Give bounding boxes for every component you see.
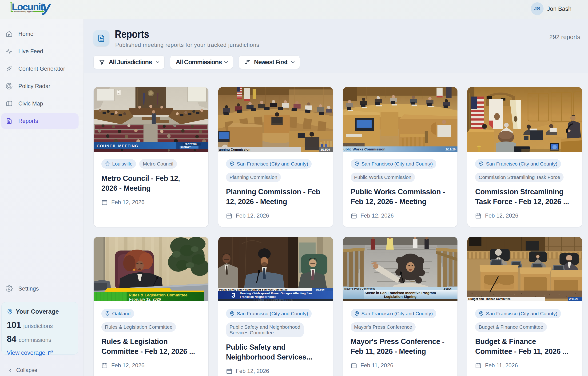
svg-text:y: y [42,1,51,15]
svg-text:Budget and Finance Committee: Budget and Finance Committee [468,297,511,301]
svg-text:where community happens.: where community happens. [13,11,33,12]
svg-text:2/11/26: 2/11/26 [569,297,578,301]
svg-text:2/12/26: 2/12/26 [445,148,455,151]
svg-text:Hearing - Widespread Power Out: Hearing - Widespread Power Outages Affec… [240,292,312,295]
svg-text:February 12, 2026: February 12, 2026 [129,297,161,301]
svg-text:COUNCIL MEETING: COUNCIL MEETING [97,144,138,148]
svg-text:2/11/26: 2/11/26 [443,288,452,290]
svg-text:Mayor's Press Conference: Mayor's Press Conference [344,288,375,290]
svg-text:ublic Works Commission: ublic Works Commission [343,147,385,151]
svg-text:Public Safety and Neighborhood: Public Safety and Neighborhood Services … [219,288,287,291]
svg-text:2/12/26: 2/12/26 [316,288,325,291]
svg-text:3: 3 [231,291,235,299]
svg-text:Francisco Neighborhoods: Francisco Neighborhoods [240,295,276,299]
svg-text:Legislation Signing: Legislation Signing [384,295,416,299]
svg-text:2/12/26: 2/12/26 [321,148,330,151]
svg-text:anning Commission: anning Commission [219,148,251,151]
svg-text:BOARD OF SUPERVISORS: BOARD OF SUPERVISORS [253,299,293,301]
svg-text:metro: metro [181,145,189,149]
svg-text:Rules & Legislation Committee: Rules & Legislation Committee [129,293,188,297]
svg-text:02/12/2026: 02/12/2026 [185,143,197,145]
svg-text:Scene in San Francisco Incenti: Scene in San Francisco Incentive Program [365,291,436,295]
svg-text:tv: tv [189,146,191,147]
